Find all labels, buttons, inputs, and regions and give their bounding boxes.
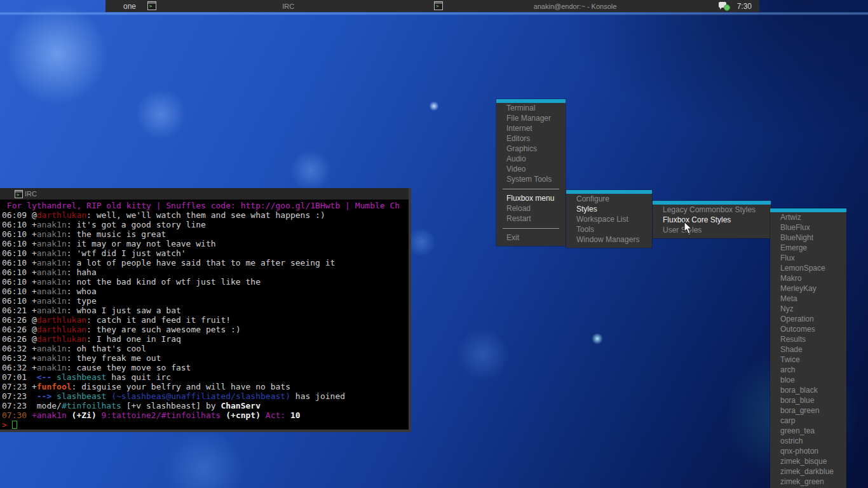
- menu-item-styles[interactable]: Styles: [566, 204, 652, 214]
- menu-item-zimek-green[interactable]: zimek_green: [770, 477, 846, 487]
- menu-item-configure[interactable]: Configure: [566, 194, 652, 204]
- menu-item-arch[interactable]: arch: [770, 365, 846, 375]
- menu-item-bora-blue[interactable]: bora_blue: [770, 395, 846, 405]
- menu-item-ostrich[interactable]: ostrich: [770, 436, 846, 446]
- menu-item-reload[interactable]: Reload: [496, 203, 566, 214]
- menu-item-restart[interactable]: Restart: [496, 214, 566, 224]
- menu-item-blueflux[interactable]: BlueFlux: [770, 222, 846, 233]
- menu-item-fluxbox-core-styles[interactable]: Fluxbox Core Styles: [653, 215, 771, 225]
- menu-item-terminal[interactable]: Terminal: [496, 103, 566, 113]
- menu-layer: TerminalFile ManagerInternetEditorsGraph…: [0, 0, 868, 488]
- fluxbox-root-menu: TerminalFile ManagerInternetEditorsGraph…: [496, 99, 566, 246]
- menu-item-fluxbox-menu[interactable]: Fluxbox menu: [496, 193, 566, 203]
- menu-item-outcomes[interactable]: Outcomes: [770, 324, 846, 334]
- menu-item-bora-green[interactable]: bora_green: [770, 405, 846, 416]
- fluxbox-menu-submenu: ConfigureStylesWorkspace ListToolsWindow…: [566, 190, 652, 248]
- menu-item-window-managers[interactable]: Window Managers: [566, 234, 652, 245]
- menu-item-exit[interactable]: Exit: [496, 233, 566, 243]
- menu-item-makro[interactable]: Makro: [770, 273, 846, 283]
- menu-item-twice[interactable]: Twice: [770, 355, 846, 365]
- menu-item-graphics[interactable]: Graphics: [496, 144, 566, 154]
- menu-item-bluenight[interactable]: BlueNight: [770, 233, 846, 243]
- menu-item-editors[interactable]: Editors: [496, 133, 566, 144]
- menu-item-zimek-bisque[interactable]: zimek_bisque: [770, 456, 846, 466]
- menu-item-video[interactable]: Video: [496, 164, 566, 174]
- menu-item-internet[interactable]: Internet: [496, 123, 566, 133]
- menu-item-artwiz[interactable]: Artwiz: [770, 212, 846, 222]
- menu-separator: [496, 224, 566, 233]
- styles-submenu: Legacy Commonbox StylesFluxbox Core Styl…: [653, 201, 771, 238]
- menu-item-audio[interactable]: Audio: [496, 154, 566, 164]
- menu-item-green-tea[interactable]: green_tea: [770, 426, 846, 436]
- menu-item-results[interactable]: Results: [770, 334, 846, 344]
- menu-item-flux[interactable]: Flux: [770, 253, 846, 263]
- menu-item-emerge[interactable]: Emerge: [770, 243, 846, 253]
- menu-item-user-styles[interactable]: User Styles: [653, 225, 771, 235]
- menu-item-operation[interactable]: Operation: [770, 314, 846, 324]
- menu-item-legacy-commonbox-styles[interactable]: Legacy Commonbox Styles: [653, 205, 771, 215]
- mouse-cursor-icon: [684, 221, 693, 234]
- menu-item-zimek-darkblue[interactable]: zimek_darkblue: [770, 466, 846, 477]
- menu-item-carp[interactable]: carp: [770, 416, 846, 426]
- menu-item-meta[interactable]: Meta: [770, 294, 846, 304]
- menu-item-system-tools[interactable]: System Tools: [496, 174, 566, 184]
- menu-separator: [496, 184, 566, 193]
- menu-item-bloe[interactable]: bloe: [770, 375, 846, 385]
- menu-item-qnx-photon[interactable]: qnx-photon: [770, 446, 846, 456]
- menu-item-merleykay[interactable]: MerleyKay: [770, 283, 846, 294]
- menu-item-lemonspace[interactable]: LemonSpace: [770, 263, 846, 273]
- menu-item-bora-black[interactable]: bora_black: [770, 385, 846, 395]
- desktop[interactable]: { "colors": { "accent_cyan": "#1aa3c9", …: [0, 0, 868, 488]
- fluxbox-core-styles-submenu: ArtwizBlueFluxBlueNightEmergeFluxLemonSp…: [770, 208, 846, 488]
- menu-item-tools[interactable]: Tools: [566, 224, 652, 234]
- menu-item-file-manager[interactable]: File Manager: [496, 113, 566, 123]
- menu-item-shade[interactable]: Shade: [770, 344, 846, 355]
- menu-item-workspace-list[interactable]: Workspace List: [566, 214, 652, 224]
- menu-item-nyz[interactable]: Nyz: [770, 304, 846, 314]
